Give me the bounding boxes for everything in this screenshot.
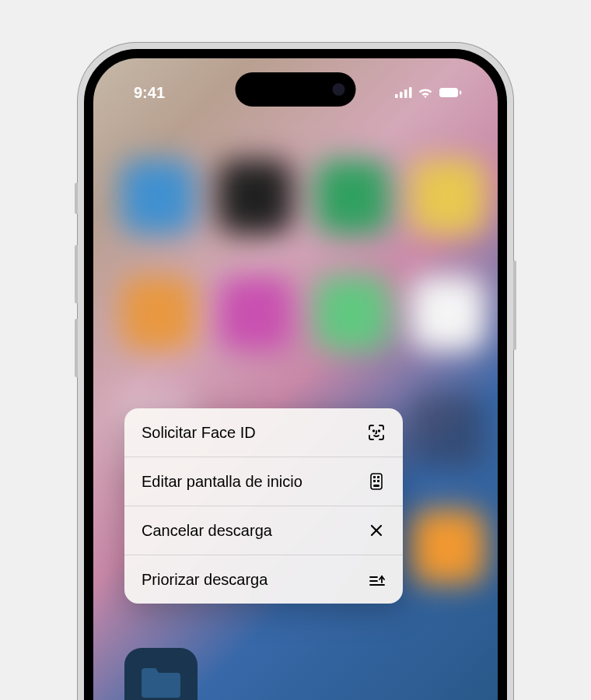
front-camera [333,83,345,96]
menu-item-edit-homescreen[interactable]: Editar pantalla de inicio [124,457,403,506]
svg-rect-2 [404,89,407,98]
battery-icon [439,87,462,98]
menu-item-require-faceid[interactable]: Solicitar Face ID [124,408,403,457]
svg-point-6 [373,430,375,432]
svg-rect-1 [400,92,403,98]
svg-rect-5 [460,91,461,95]
svg-rect-12 [377,480,379,482]
menu-item-label: Cancelar descarga [142,522,272,540]
blurred-homescreen-background [93,58,498,700]
prioritize-icon [367,570,386,589]
menu-item-label: Editar pantalla de inicio [142,473,302,491]
files-app-icon[interactable] [124,648,198,700]
status-time: 9:41 [134,84,165,102]
menu-item-prioritize-download[interactable]: Priorizar descarga [124,555,403,604]
menu-item-label: Priorizar descarga [142,571,268,589]
power-button [513,261,516,350]
svg-rect-11 [373,480,376,482]
folder-icon [138,665,184,700]
cellular-signal-icon [395,87,412,98]
svg-rect-9 [373,476,376,478]
faceid-icon [367,423,386,442]
menu-item-cancel-download[interactable]: Cancelar descarga [124,506,403,555]
phone-bezel: 9:41 [84,49,507,700]
svg-point-7 [379,430,380,432]
volume-up-button [75,245,78,303]
phone-screen: 9:41 [93,58,498,700]
menu-item-label: Solicitar Face ID [142,424,256,442]
quick-actions-menu: Solicitar Face ID [124,408,403,604]
homescreen-edit-icon [367,472,386,491]
volume-down-button [75,319,78,377]
svg-rect-3 [409,87,412,98]
svg-rect-13 [373,485,379,487]
svg-rect-10 [377,476,379,478]
close-icon [367,521,386,540]
phone-device-frame: 9:41 [78,43,513,700]
status-icons [395,87,462,98]
dynamic-island [236,72,356,107]
silence-switch [75,183,78,214]
wifi-icon [418,87,433,98]
svg-rect-4 [439,88,458,97]
svg-rect-0 [395,94,398,98]
